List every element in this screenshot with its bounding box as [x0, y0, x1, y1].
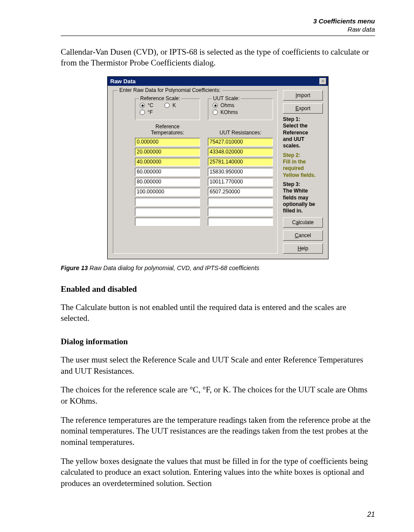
radio-ref-k-label: K [172, 102, 176, 108]
uut-res-input[interactable] [208, 218, 273, 226]
header-chapter: 3 Coefficients menu [61, 17, 375, 26]
uut-res-input[interactable] [208, 168, 273, 176]
enabled-heading: Enabled and disabled [61, 284, 375, 294]
ref-temp-input[interactable] [135, 198, 200, 206]
intro-paragraph: Callendar-Van Dusen (CVD), or IPTS-68 is… [61, 46, 375, 69]
reference-temperatures-column: Reference Temperatures: [135, 124, 200, 228]
ref-temp-input[interactable] [135, 188, 200, 196]
raw-data-dialog: Raw Data × Enter Raw Data for Polynomial… [107, 76, 329, 259]
radio-uut-ohms-label: Ohms [220, 102, 234, 108]
dialog-info-heading: Dialog information [61, 337, 375, 346]
help-button[interactable]: Help [283, 243, 323, 254]
ref-temp-input[interactable] [135, 158, 200, 166]
enabled-paragraph: The Calculate button is not enabled unti… [61, 302, 375, 324]
uut-res-input[interactable] [208, 158, 273, 166]
import-button[interactable]: Import [283, 90, 323, 101]
ref-temp-input[interactable] [135, 138, 200, 146]
data-columns: Reference Temperatures: [135, 124, 273, 228]
uut-res-caption: UUT Resistances: [208, 124, 273, 136]
step3-text: Step 3: The White fields may optionally … [283, 181, 323, 215]
radio-ref-f[interactable] [140, 110, 145, 115]
step2-text: Step 2: Fill in the required Yellow fiel… [283, 152, 323, 179]
ref-temp-input[interactable] [135, 208, 200, 216]
polynomial-fieldset: Enter Raw Data for Polynomial Coefficien… [113, 90, 278, 254]
export-button[interactable]: Export [283, 103, 323, 114]
ref-temp-input[interactable] [135, 178, 200, 186]
fieldset-legend: Enter Raw Data for Polynomial Coefficien… [118, 87, 222, 93]
radio-ref-c-label: °C [148, 102, 153, 108]
ref-temp-input[interactable] [135, 218, 200, 226]
ref-temp-input[interactable] [135, 168, 200, 176]
page-number: 21 [61, 511, 375, 519]
header-rule [61, 36, 375, 36]
figure-wrapper: Raw Data × Enter Raw Data for Polynomial… [61, 76, 375, 259]
uut-res-input[interactable] [208, 198, 273, 206]
uut-resistances-column: UUT Resistances: [208, 124, 273, 228]
uut-scale-group: UUT Scale: Ohms KOhms [208, 98, 273, 120]
dlginfo-p2: The choices for the reference scale are … [61, 384, 375, 406]
dlginfo-p3: The reference temperatures are the tempe… [61, 415, 375, 448]
cancel-button[interactable]: Cancel [283, 230, 323, 241]
dlginfo-p1: The user must select the Reference Scale… [61, 354, 375, 376]
scales-row: Reference Scale: °C K °F [135, 98, 273, 120]
reference-scale-group: Reference Scale: °C K °F [135, 98, 200, 120]
dialog-title: Raw Data [110, 78, 136, 85]
document-page: 3 Coefficients menu Raw data Callendar-V… [0, 0, 414, 532]
uut-res-input[interactable] [208, 148, 273, 156]
radio-ref-f-label: °F [148, 109, 153, 115]
header-section: Raw data [61, 26, 375, 34]
radio-ref-c[interactable] [140, 103, 145, 108]
figure-caption: Figure 13 Raw Data dialog for polynomial… [61, 264, 260, 271]
uut-scale-legend: UUT Scale: [212, 95, 241, 101]
uut-res-input[interactable] [208, 138, 273, 146]
radio-ref-k[interactable] [164, 103, 170, 108]
figure-number: Figure 13 [61, 264, 88, 271]
uut-res-input[interactable] [208, 188, 273, 196]
dlginfo-p4: The yellow boxes designate the values th… [61, 456, 375, 489]
ref-temps-caption: Reference Temperatures: [135, 124, 200, 136]
uut-res-input[interactable] [208, 178, 273, 186]
page-header: 3 Coefficients menu Raw data [61, 17, 375, 34]
side-column: Import Export Step 1: Select the Referen… [283, 90, 323, 254]
close-icon[interactable]: × [319, 78, 326, 85]
dialog-body: Enter Raw Data for Polynomial Coefficien… [108, 86, 328, 259]
reference-scale-legend: Reference Scale: [139, 95, 181, 101]
dialog-titlebar: Raw Data × [108, 77, 328, 86]
uut-res-input[interactable] [208, 208, 273, 216]
radio-uut-kohms[interactable] [213, 110, 218, 115]
figure-text: Raw Data dialog for polynomial, CVD, and… [88, 264, 259, 271]
calculate-button[interactable]: Calculate [283, 217, 323, 228]
step1-text: Step 1: Select the Reference and UUT sca… [283, 116, 323, 150]
ref-temp-input[interactable] [135, 148, 200, 156]
radio-uut-kohms-label: KOhms [220, 109, 238, 115]
radio-uut-ohms[interactable] [213, 103, 218, 108]
